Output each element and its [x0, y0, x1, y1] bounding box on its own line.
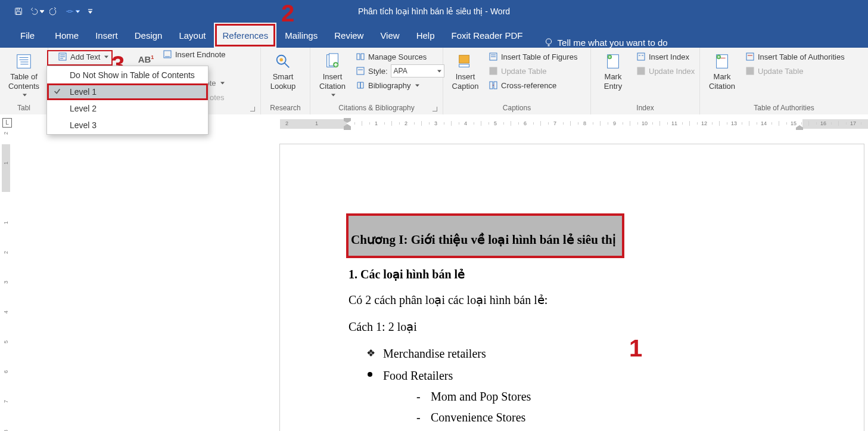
citation-icon	[322, 51, 343, 72]
endnote-icon	[163, 49, 172, 59]
endnote-label: Insert Endnote	[175, 50, 226, 59]
mark-citation-icon	[712, 51, 732, 72]
update-toa-button: Update Table	[743, 64, 847, 77]
update-tof-button: ! Update Table	[486, 64, 580, 77]
tab-insert[interactable]: Insert	[87, 23, 126, 48]
toc-label2: Contents	[6, 82, 42, 99]
doc-heading-1[interactable]: Chương I: Giới thiệu về loại hình bán lẻ…	[349, 216, 622, 256]
tab-selector[interactable]: L	[2, 118, 12, 128]
cross-ref-label: Cross-reference	[501, 81, 556, 90]
mark-citation-button[interactable]: Mark Citation	[704, 50, 741, 91]
toa-icon	[745, 52, 755, 61]
idx-l1: Mark	[605, 73, 622, 81]
tab-review[interactable]: Review	[326, 23, 372, 48]
toc-icon	[14, 51, 34, 72]
add-text-button[interactable]: Add Text	[55, 50, 111, 63]
tell-me-label: Tell me what you want to do	[558, 38, 668, 48]
group-captions: Insert Caption Insert Table of Figures !…	[443, 48, 591, 114]
tof-label: Insert Table of Figures	[501, 52, 577, 61]
tab-home[interactable]: Home	[46, 23, 87, 48]
tab-help[interactable]: Help	[408, 23, 443, 48]
menu-level-1[interactable]: Level 1	[47, 83, 208, 100]
citation-style-select[interactable]: Style: APA	[353, 64, 447, 77]
menu-level-3[interactable]: Level 3	[47, 117, 208, 134]
doc-paragraph[interactable]: Cách 1: 2 loại	[349, 318, 822, 336]
document-page: Chương I: Giới thiệu về loại hình bán lẻ…	[280, 144, 864, 431]
save-button[interactable]	[11, 4, 26, 19]
horizontal-ruler[interactable]: 21123456789101112131415161718	[280, 119, 868, 129]
quick-access-toolbar	[0, 4, 101, 19]
svg-line-28	[285, 63, 290, 68]
list-item[interactable]: Merchandise retailers	[366, 345, 822, 363]
tab-layout[interactable]: Layout	[170, 23, 214, 48]
lookup-l1: Smart	[273, 73, 294, 81]
svg-rect-67	[746, 67, 754, 75]
bibliography-button[interactable]: Bibliography	[353, 79, 447, 92]
insert-endnote-button[interactable]: Insert Endnote	[160, 48, 228, 61]
lightbulb-icon	[543, 37, 554, 48]
insert-citation-button[interactable]: Insert Citation	[314, 50, 351, 99]
add-text-label: Add Text	[70, 52, 100, 61]
qat-customize-button[interactable]	[82, 4, 98, 19]
smart-lookup-button[interactable]: Smart Lookup	[265, 50, 301, 91]
group-toc: Table of Contents Tabl	[0, 48, 48, 114]
toc-label1: Table of	[10, 73, 38, 81]
tab-design[interactable]: Design	[126, 23, 171, 48]
style-value-input[interactable]: APA	[391, 64, 444, 77]
svg-rect-49	[490, 82, 493, 89]
ribbon-tabs: File Home Insert Design Layout Reference…	[0, 23, 868, 48]
insert-tof-button[interactable]: Insert Table of Figures	[486, 50, 580, 63]
vertical-ruler[interactable]: 2112345678910	[2, 144, 10, 431]
manage-sources-button[interactable]: Manage Sources	[353, 50, 447, 63]
insert-toa-button[interactable]: Insert Table of Authorities	[743, 50, 847, 63]
group-label-authorities: Table of Authorities	[704, 103, 864, 114]
insert-index-button[interactable]: Insert Index	[634, 50, 697, 63]
svg-marker-40	[437, 70, 441, 72]
menu-do-not-show[interactable]: Do Not Show in Table of Contents	[47, 67, 208, 83]
list-item[interactable]: Food Retailers Mom and Pop Stores Conven…	[366, 367, 822, 431]
undo-button[interactable]	[29, 4, 44, 19]
document-workspace: L 2112345678910 211234567891011121314151…	[0, 114, 868, 431]
idx-l2: Entry	[604, 82, 622, 91]
tab-foxit[interactable]: Foxit Reader PDF	[443, 23, 531, 48]
svg-marker-9	[88, 11, 92, 14]
menu-level-2[interactable]: Level 2	[47, 100, 208, 117]
annotation-1: 1	[629, 335, 642, 362]
doc-heading-2[interactable]: 1. Các loại hình bán lẻ	[349, 265, 822, 284]
insert-caption-button[interactable]: Insert Caption	[447, 50, 484, 91]
svg-rect-13	[17, 55, 31, 69]
tell-me-search[interactable]: Tell me what you want to do	[531, 37, 668, 48]
svg-marker-3	[40, 10, 44, 13]
group-label-toc: Tabl	[4, 103, 44, 114]
svg-text:!: !	[493, 69, 494, 75]
mark-entry-button[interactable]: Mark Entry	[595, 50, 631, 91]
add-text-menu: Do Not Show in Table of Contents Level 1…	[46, 66, 209, 135]
svg-rect-37	[361, 54, 364, 60]
tab-file[interactable]: File	[8, 23, 46, 48]
svg-rect-42	[459, 55, 469, 63]
update-tof-label: Update Table	[501, 67, 546, 76]
group-label-index: Index	[595, 103, 696, 114]
cap-l2: Caption	[452, 82, 479, 91]
redo-button[interactable]	[46, 4, 62, 19]
toa-label: Insert Table of Authorities	[758, 52, 845, 61]
manage-sources-icon	[356, 52, 365, 61]
cross-reference-button[interactable]: Cross-reference	[486, 79, 580, 92]
svg-marker-41	[415, 84, 419, 86]
table-of-contents-button[interactable]: Table of Contents	[4, 50, 44, 99]
tab-view[interactable]: View	[372, 23, 407, 48]
mc-l1: Mark	[714, 73, 731, 81]
update-index-button: Update Index	[634, 64, 697, 77]
tof-icon	[489, 52, 498, 61]
group-label-research: Research	[265, 103, 306, 114]
check-icon	[53, 87, 63, 97]
list-item[interactable]: Convenience Stores	[416, 408, 822, 427]
list-item[interactable]: Supermarkets	[416, 429, 822, 431]
cross-ref-icon	[489, 80, 498, 90]
doc-paragraph[interactable]: Có 2 cách phân loại các loại hình bán lẻ…	[349, 291, 822, 309]
list-item[interactable]: Mom and Pop Stores	[416, 387, 822, 406]
touch-mode-button[interactable]	[64, 4, 80, 19]
svg-marker-23	[104, 55, 108, 58]
style-icon	[356, 66, 365, 76]
tab-references[interactable]: References	[214, 23, 276, 48]
